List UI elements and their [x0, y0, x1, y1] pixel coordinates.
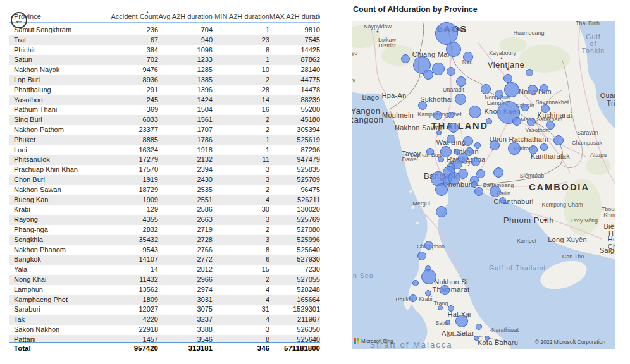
map-bubble[interactable]	[447, 67, 455, 76]
table-row[interactable]: Phuket888517861525619	[9, 135, 320, 145]
map-bubble[interactable]	[424, 241, 433, 250]
table-row[interactable]: Samut Songkhram23670419810	[9, 25, 320, 35]
table-row[interactable]: Rayong435526633525769	[9, 215, 320, 225]
map-bubble[interactable]	[435, 183, 448, 196]
map-bubble[interactable]	[476, 169, 485, 178]
table-row[interactable]: Yala142812157230	[9, 265, 320, 275]
table-row[interactable]: Lop Buri89361385244775	[9, 75, 320, 85]
map-bubble[interactable]	[412, 280, 419, 286]
bing-logo[interactable]: Microsoft Bing	[354, 338, 393, 344]
table-row[interactable]: Nakhon Nayok947612851028140	[9, 65, 320, 75]
table-row[interactable]: Pattani145735468525640	[9, 335, 320, 343]
table-row[interactable]: Bangkok1410727726527930	[9, 255, 320, 265]
drill-up-button[interactable]: ←	[11, 12, 27, 28]
map-bubble[interactable]	[455, 315, 468, 327]
map-bubble[interactable]	[455, 94, 466, 105]
map-bubble[interactable]	[476, 324, 482, 330]
table-row[interactable]: Phitsanulok17279213211947479	[9, 155, 320, 165]
column-header-accident-count[interactable]: Accident Count	[104, 13, 158, 20]
map-bubble[interactable]	[445, 320, 450, 325]
map-bubble[interactable]	[546, 121, 555, 130]
map-bubble[interactable]	[528, 85, 538, 95]
map-bubble[interactable]	[540, 143, 548, 151]
map-bubble[interactable]	[493, 167, 503, 178]
map-bubble[interactable]	[436, 130, 442, 135]
table-row[interactable]: Nong Khai1143229662527055	[9, 275, 320, 285]
map-bubble[interactable]	[401, 54, 410, 63]
map-bubble[interactable]	[474, 142, 481, 149]
table-row[interactable]: Chon Buri191924303525709	[9, 175, 320, 185]
table-row[interactable]: Nakhon Phanom954327668525640	[9, 245, 320, 255]
table-row[interactable]: Songkhla3543227283525996	[9, 235, 320, 245]
map-bubble[interactable]	[425, 290, 431, 296]
table-row[interactable]: Loei163241918187296	[9, 145, 320, 155]
table-row[interactable]: Sing Buri60331561245180	[9, 115, 320, 125]
map-bubble[interactable]	[521, 104, 529, 111]
map-bubble[interactable]	[417, 252, 426, 260]
map-bubble[interactable]	[512, 117, 521, 126]
table-row[interactable]: Yasothon24514241488239	[9, 95, 320, 106]
table-row[interactable]: Nakhon Pathom2337717072305394	[9, 125, 320, 135]
map-bubble[interactable]	[508, 142, 521, 155]
column-header-min-a2h[interactable]: MIN A2H duration	[213, 13, 269, 20]
map-bubble[interactable]	[471, 157, 480, 166]
table-row[interactable]: Phichit3841096814425	[9, 46, 320, 56]
table-row[interactable]: Lamphun1356229744528248	[9, 285, 320, 295]
map-bubble[interactable]	[426, 148, 434, 155]
table-row[interactable]: Sakon Nakhon2291833883526350	[9, 325, 320, 335]
map-bubble[interactable]	[490, 140, 500, 150]
map-canvas[interactable]: LAOSTHAILANDCAMBODIAVientianeBangkokPhno…	[352, 21, 615, 349]
map-bubble[interactable]	[463, 136, 473, 146]
map-bubble[interactable]	[440, 285, 450, 295]
table-row[interactable]: Satun7021233187862	[9, 55, 320, 65]
map-bubble[interactable]	[448, 172, 460, 185]
table-row[interactable]: Phang-nga283227192527080	[9, 225, 320, 235]
table-row[interactable]: Bueng Kan190925514526211	[9, 195, 320, 205]
map-bubble[interactable]	[526, 69, 533, 76]
map-bubble[interactable]	[438, 156, 444, 162]
table-row[interactable]: Pathum Thani36915041655200	[9, 105, 320, 115]
map-bubble[interactable]	[448, 123, 459, 133]
map-bubble[interactable]	[463, 52, 473, 62]
map-bubble[interactable]	[541, 104, 550, 113]
table-row[interactable]: Nakhon Sawan187292535296475	[9, 185, 320, 195]
map-bubble[interactable]	[490, 186, 501, 197]
map-bubble[interactable]	[447, 135, 455, 143]
table-row[interactable]: Saraburi120273075311529301	[9, 305, 320, 315]
map-bubble[interactable]	[529, 145, 538, 154]
map-bubble[interactable]	[418, 101, 427, 110]
column-header-avg-a2h[interactable]: Avg A2H duration	[158, 13, 213, 20]
map-bubble[interactable]	[527, 118, 536, 126]
map-bubble[interactable]	[474, 187, 483, 196]
table-row[interactable]: Trat67940237545	[9, 35, 320, 46]
table-row[interactable]: Krabi129258630130020	[9, 205, 320, 215]
map-bubble[interactable]	[486, 118, 492, 124]
map-bubble[interactable]	[456, 76, 466, 87]
map-bubble[interactable]	[438, 305, 443, 310]
map-bubble[interactable]	[432, 63, 445, 75]
table-row[interactable]: Prachuap Khiri Khan1757023943525835	[9, 165, 320, 175]
map-bubble[interactable]	[409, 294, 417, 302]
map-bubble[interactable]	[436, 206, 447, 217]
map-bubble[interactable]	[474, 336, 479, 341]
map-bubble[interactable]	[446, 42, 461, 57]
map-bubble[interactable]	[504, 82, 519, 97]
map-bubble[interactable]	[423, 70, 433, 80]
map-bubble[interactable]	[481, 84, 491, 94]
table-body[interactable]: Samut Songkhram23670419810Trat6794023754…	[9, 25, 320, 343]
table-row[interactable]: Phatthalung29113962814478	[9, 85, 320, 95]
map-bubble[interactable]	[500, 197, 506, 203]
map-bubble[interactable]	[448, 305, 454, 312]
table-row[interactable]: Kamphaeng Phet180930314165664	[9, 295, 320, 305]
map-bubble[interactable]	[433, 111, 442, 120]
map-bubble[interactable]	[553, 135, 564, 145]
map-bubble[interactable]	[485, 336, 490, 341]
column-header-max-a2h[interactable]: MAX A2H duration	[269, 13, 320, 20]
map-bubble[interactable]	[469, 106, 481, 118]
map-bubble[interactable]	[540, 84, 548, 93]
map-bubble[interactable]	[448, 112, 454, 118]
map-bubble[interactable]	[421, 269, 436, 284]
map-bubble[interactable]	[495, 90, 503, 99]
map-bubble[interactable]	[503, 74, 512, 83]
table-row[interactable]: Tak422032374211967	[9, 315, 320, 325]
